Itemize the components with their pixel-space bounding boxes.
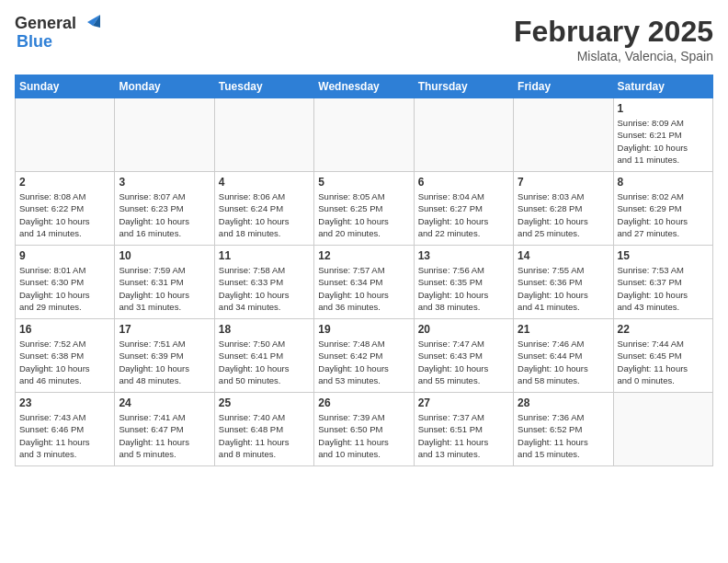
- calendar-cell: 2Sunrise: 8:08 AM Sunset: 6:22 PM Daylig…: [16, 172, 115, 246]
- day-info: Sunrise: 7:43 AM Sunset: 6:46 PM Dayligh…: [19, 411, 110, 460]
- calendar-cell: [214, 98, 313, 172]
- calendar-cell: 14Sunrise: 7:55 AM Sunset: 6:36 PM Dayli…: [514, 246, 613, 319]
- day-number: 20: [418, 323, 509, 336]
- week-row-4: 16Sunrise: 7:52 AM Sunset: 6:38 PM Dayli…: [16, 319, 713, 393]
- calendar-cell: 25Sunrise: 7:40 AM Sunset: 6:48 PM Dayli…: [214, 393, 313, 466]
- day-number: 24: [119, 396, 210, 409]
- day-info: Sunrise: 7:51 AM Sunset: 6:39 PM Dayligh…: [119, 338, 210, 386]
- day-info: Sunrise: 7:40 AM Sunset: 6:48 PM Dayligh…: [219, 411, 310, 460]
- weekday-header-saturday: Saturday: [613, 75, 712, 98]
- calendar-cell: 22Sunrise: 7:44 AM Sunset: 6:45 PM Dayli…: [613, 319, 712, 393]
- day-number: 22: [618, 323, 709, 336]
- day-number: 10: [119, 249, 210, 262]
- day-number: 12: [318, 249, 409, 262]
- day-number: 15: [618, 249, 709, 262]
- logo: General Blue: [15, 15, 100, 52]
- day-info: Sunrise: 8:01 AM Sunset: 6:30 PM Dayligh…: [19, 264, 110, 313]
- calendar-cell: 9Sunrise: 8:01 AM Sunset: 6:30 PM Daylig…: [16, 246, 115, 319]
- weekday-header-sunday: Sunday: [16, 75, 115, 98]
- day-number: 1: [618, 102, 709, 115]
- weekday-header-friday: Friday: [514, 75, 613, 98]
- calendar-cell: [514, 98, 613, 172]
- calendar-cell: 15Sunrise: 7:53 AM Sunset: 6:37 PM Dayli…: [613, 246, 712, 319]
- day-number: 7: [518, 176, 609, 189]
- day-number: 4: [219, 176, 310, 189]
- day-number: 11: [219, 249, 310, 262]
- day-number: 17: [119, 323, 210, 336]
- week-row-5: 23Sunrise: 7:43 AM Sunset: 6:46 PM Dayli…: [16, 393, 713, 466]
- calendar-subtitle: Mislata, Valencia, Spain: [514, 49, 713, 63]
- day-info: Sunrise: 7:41 AM Sunset: 6:47 PM Dayligh…: [119, 411, 210, 460]
- calendar-cell: 4Sunrise: 8:06 AM Sunset: 6:24 PM Daylig…: [214, 172, 313, 246]
- day-number: 13: [418, 249, 509, 262]
- calendar-cell: 18Sunrise: 7:50 AM Sunset: 6:41 PM Dayli…: [214, 319, 313, 393]
- week-row-3: 9Sunrise: 8:01 AM Sunset: 6:30 PM Daylig…: [16, 246, 713, 319]
- calendar-cell: 27Sunrise: 7:37 AM Sunset: 6:51 PM Dayli…: [414, 393, 513, 466]
- calendar-cell: 1Sunrise: 8:09 AM Sunset: 6:21 PM Daylig…: [613, 98, 712, 172]
- day-info: Sunrise: 7:50 AM Sunset: 6:41 PM Dayligh…: [219, 338, 310, 386]
- day-info: Sunrise: 7:47 AM Sunset: 6:43 PM Dayligh…: [418, 338, 509, 386]
- day-number: 25: [219, 396, 310, 409]
- day-info: Sunrise: 7:55 AM Sunset: 6:36 PM Dayligh…: [518, 264, 609, 313]
- weekday-header-monday: Monday: [115, 75, 214, 98]
- day-number: 18: [219, 323, 310, 336]
- day-number: 2: [19, 176, 110, 189]
- day-info: Sunrise: 7:46 AM Sunset: 6:44 PM Dayligh…: [518, 338, 609, 386]
- calendar-cell: 6Sunrise: 8:04 AM Sunset: 6:27 PM Daylig…: [414, 172, 513, 246]
- calendar-cell: 20Sunrise: 7:47 AM Sunset: 6:43 PM Dayli…: [414, 319, 513, 393]
- calendar-cell: 28Sunrise: 7:36 AM Sunset: 6:52 PM Dayli…: [514, 393, 613, 466]
- day-number: 3: [119, 176, 210, 189]
- weekday-header-thursday: Thursday: [414, 75, 513, 98]
- day-info: Sunrise: 8:05 AM Sunset: 6:25 PM Dayligh…: [318, 190, 409, 239]
- calendar-table: SundayMondayTuesdayWednesdayThursdayFrid…: [15, 75, 713, 466]
- day-info: Sunrise: 7:59 AM Sunset: 6:31 PM Dayligh…: [119, 264, 210, 313]
- calendar-cell: [414, 98, 513, 172]
- calendar-cell: 17Sunrise: 7:51 AM Sunset: 6:39 PM Dayli…: [115, 319, 214, 393]
- weekday-header-row: SundayMondayTuesdayWednesdayThursdayFrid…: [16, 75, 713, 98]
- calendar-cell: 10Sunrise: 7:59 AM Sunset: 6:31 PM Dayli…: [115, 246, 214, 319]
- day-info: Sunrise: 8:02 AM Sunset: 6:29 PM Dayligh…: [618, 190, 709, 239]
- day-number: 27: [418, 396, 509, 409]
- day-info: Sunrise: 8:03 AM Sunset: 6:28 PM Dayligh…: [518, 190, 609, 239]
- day-number: 21: [518, 323, 609, 336]
- day-info: Sunrise: 7:57 AM Sunset: 6:34 PM Dayligh…: [318, 264, 409, 313]
- day-number: 5: [318, 176, 409, 189]
- calendar-cell: 23Sunrise: 7:43 AM Sunset: 6:46 PM Dayli…: [16, 393, 115, 466]
- calendar-cell: 11Sunrise: 7:58 AM Sunset: 6:33 PM Dayli…: [214, 246, 313, 319]
- day-number: 9: [19, 249, 110, 262]
- weekday-header-wednesday: Wednesday: [314, 75, 414, 98]
- day-number: 6: [418, 176, 509, 189]
- day-info: Sunrise: 7:52 AM Sunset: 6:38 PM Dayligh…: [19, 338, 110, 386]
- day-info: Sunrise: 7:37 AM Sunset: 6:51 PM Dayligh…: [418, 411, 509, 460]
- calendar-cell: 16Sunrise: 7:52 AM Sunset: 6:38 PM Dayli…: [16, 319, 115, 393]
- calendar-cell: 13Sunrise: 7:56 AM Sunset: 6:35 PM Dayli…: [414, 246, 513, 319]
- day-info: Sunrise: 8:08 AM Sunset: 6:22 PM Dayligh…: [19, 190, 110, 239]
- logo-blue-text: Blue: [17, 33, 100, 52]
- day-info: Sunrise: 7:53 AM Sunset: 6:37 PM Dayligh…: [618, 264, 709, 313]
- calendar-cell: [115, 98, 214, 172]
- page-header: General Blue February 2025 Mislata, Vale…: [15, 15, 713, 63]
- calendar-cell: 8Sunrise: 8:02 AM Sunset: 6:29 PM Daylig…: [613, 172, 712, 246]
- calendar-cell: 3Sunrise: 8:07 AM Sunset: 6:23 PM Daylig…: [115, 172, 214, 246]
- calendar-cell: [613, 393, 712, 466]
- week-row-2: 2Sunrise: 8:08 AM Sunset: 6:22 PM Daylig…: [16, 172, 713, 246]
- day-info: Sunrise: 7:56 AM Sunset: 6:35 PM Dayligh…: [418, 264, 509, 313]
- calendar-cell: 26Sunrise: 7:39 AM Sunset: 6:50 PM Dayli…: [314, 393, 414, 466]
- calendar-cell: 12Sunrise: 7:57 AM Sunset: 6:34 PM Dayli…: [314, 246, 414, 319]
- week-row-1: 1Sunrise: 8:09 AM Sunset: 6:21 PM Daylig…: [16, 98, 713, 172]
- calendar-cell: 5Sunrise: 8:05 AM Sunset: 6:25 PM Daylig…: [314, 172, 414, 246]
- title-block: February 2025 Mislata, Valencia, Spain: [514, 15, 713, 63]
- day-number: 8: [618, 176, 709, 189]
- day-info: Sunrise: 7:48 AM Sunset: 6:42 PM Dayligh…: [318, 338, 409, 386]
- day-number: 28: [518, 396, 609, 409]
- calendar-cell: 7Sunrise: 8:03 AM Sunset: 6:28 PM Daylig…: [514, 172, 613, 246]
- day-info: Sunrise: 7:39 AM Sunset: 6:50 PM Dayligh…: [318, 411, 409, 460]
- calendar-cell: 19Sunrise: 7:48 AM Sunset: 6:42 PM Dayli…: [314, 319, 414, 393]
- calendar-cell: 24Sunrise: 7:41 AM Sunset: 6:47 PM Dayli…: [115, 393, 214, 466]
- logo-bird-icon: [80, 15, 100, 33]
- day-info: Sunrise: 7:44 AM Sunset: 6:45 PM Dayligh…: [618, 338, 709, 386]
- calendar-cell: 21Sunrise: 7:46 AM Sunset: 6:44 PM Dayli…: [514, 319, 613, 393]
- day-info: Sunrise: 7:36 AM Sunset: 6:52 PM Dayligh…: [518, 411, 609, 460]
- calendar-cell: [314, 98, 414, 172]
- day-number: 19: [318, 323, 409, 336]
